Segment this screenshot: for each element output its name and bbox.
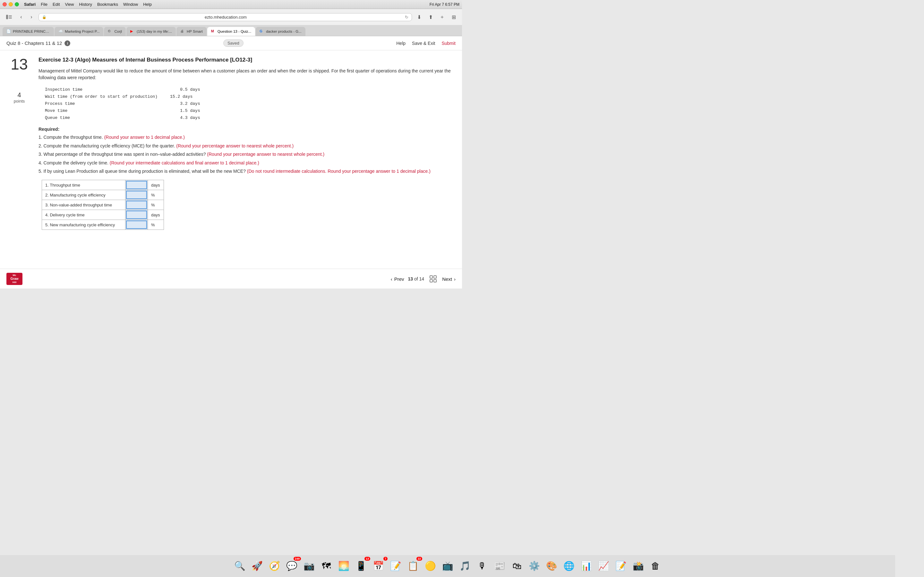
- system-clock: Fri Apr 7 6:57 PM: [430, 2, 459, 7]
- answer-input-4[interactable]: [126, 211, 147, 219]
- tab-hp[interactable]: 🖨 HP Smart: [176, 27, 207, 36]
- tab-printable[interactable]: 📄 PRINTABLE PRINCE...: [3, 27, 54, 36]
- logo-graw: Graw: [10, 277, 18, 281]
- answer-row-5: 5. New manufacturing cycle efficiency %: [42, 220, 164, 230]
- tab-label-question13: Question 13 - Quiz...: [218, 29, 251, 33]
- tab-favicon-video: ▶: [130, 29, 135, 34]
- share-icon[interactable]: ⬆: [426, 13, 435, 21]
- close-button[interactable]: [3, 2, 7, 6]
- prev-label: Prev: [394, 276, 404, 282]
- tab-favicon-hp: 🖨: [180, 29, 185, 34]
- total-pages: 14: [419, 276, 425, 282]
- tab-dacker[interactable]: G dacker products - G...: [256, 27, 305, 36]
- tab-favicon-question13: M: [211, 29, 216, 34]
- tab-corjl[interactable]: © Corjl: [104, 27, 126, 36]
- req3-highlight: (Round your percentage answer to nearest…: [207, 152, 325, 157]
- menu-window[interactable]: Window: [123, 2, 138, 7]
- saved-badge: Saved: [223, 39, 244, 47]
- answer-row-1: 1. Throughput time days: [42, 180, 164, 190]
- question-content: Exercise 12-3 (Algo) Measures of Interna…: [39, 57, 456, 262]
- answer-unit-5: %: [148, 220, 164, 230]
- save-exit-link[interactable]: Save & Exit: [412, 41, 435, 46]
- help-link[interactable]: Help: [396, 41, 405, 46]
- mcgraw-hill-logo[interactable]: Mc Graw Hill: [6, 273, 23, 285]
- menu-edit[interactable]: Edit: [53, 2, 60, 7]
- menu-view[interactable]: View: [65, 2, 74, 7]
- menu-safari[interactable]: Safari: [24, 2, 36, 7]
- lock-icon: 🔒: [42, 15, 47, 19]
- tab-video[interactable]: ▶ (153) day in my life:...: [126, 27, 176, 36]
- back-button[interactable]: ‹: [17, 13, 26, 21]
- answer-input-cell-4[interactable]: [126, 210, 148, 220]
- menu-history[interactable]: History: [79, 2, 92, 7]
- next-label: Next: [442, 276, 452, 282]
- question-number: 13: [11, 57, 27, 72]
- data-row-5: Queue time 4.3 days: [45, 114, 456, 121]
- answer-input-cell-2[interactable]: [126, 190, 148, 200]
- browser-toolbar: ‹ › 🔒 ezto.mheducation.com ↻ ⬇ ⬆ ＋ ⊞: [0, 9, 462, 25]
- requirement-1: 1. Compute the throughput time. (Round y…: [39, 134, 456, 141]
- tab-question13[interactable]: M Question 13 - Quiz...: [207, 27, 255, 36]
- menu-help[interactable]: Help: [143, 2, 152, 7]
- menu-bar: Safari File Edit View History Bookmarks …: [24, 2, 152, 7]
- tab-favicon-printable: 📄: [6, 29, 11, 34]
- forward-button[interactable]: ›: [27, 13, 36, 21]
- answer-row-4: 4. Delivery cycle time days: [42, 210, 164, 220]
- answer-input-cell-3[interactable]: [126, 200, 148, 210]
- tab-overview-icon[interactable]: ⊞: [449, 13, 458, 21]
- data-row-3: Process time 3.2 days: [45, 100, 456, 107]
- maximize-button[interactable]: [15, 2, 19, 6]
- answer-row-3: 3. Non-value-added throughput time %: [42, 200, 164, 210]
- page-of: of: [414, 276, 419, 282]
- answer-input-2[interactable]: [126, 191, 147, 199]
- tab-label-marketing: Marketing Project P...: [65, 29, 99, 33]
- tab-favicon-marketing: ☁️: [58, 29, 63, 34]
- svg-rect-1: [9, 15, 12, 16]
- tabs-bar: 📄 PRINTABLE PRINCE... ☁️ Marketing Proje…: [0, 25, 462, 36]
- exercise-intro: Management of Mittel Company would like …: [39, 68, 456, 81]
- requirement-3: 3. What percentage of the throughput tim…: [39, 151, 456, 158]
- tab-marketing[interactable]: ☁️ Marketing Project P...: [55, 27, 103, 36]
- reload-icon[interactable]: ↻: [405, 15, 409, 19]
- question-points: 4: [17, 91, 21, 99]
- answer-input-3[interactable]: [126, 201, 147, 209]
- req5-highlight: (Do not round intermediate calculations.…: [247, 169, 431, 174]
- traffic-lights[interactable]: [3, 2, 19, 6]
- info-icon[interactable]: i: [65, 40, 70, 46]
- bottom-navigation: Mc Graw Hill ‹ Prev 13 of 14: [0, 269, 462, 288]
- download-icon[interactable]: ⬇: [415, 13, 423, 21]
- nav-buttons: ‹ ›: [17, 13, 36, 21]
- next-button[interactable]: Next ›: [442, 276, 456, 282]
- answer-unit-3: %: [148, 200, 164, 210]
- req2-highlight: (Round your percentage answer to nearest…: [176, 143, 294, 148]
- req4-highlight: (Round your intermediate calculations an…: [110, 160, 259, 165]
- grid-view-button[interactable]: [428, 274, 438, 284]
- answer-input-1[interactable]: [126, 181, 147, 189]
- sidebar-toggle-button[interactable]: [4, 13, 14, 21]
- submit-button[interactable]: Submit: [441, 41, 456, 46]
- svg-rect-6: [430, 279, 433, 282]
- points-label: points: [14, 99, 25, 103]
- svg-rect-5: [434, 276, 436, 278]
- answer-label-2: 2. Manufacturing cycle efficiency: [42, 190, 126, 200]
- answer-label-5: 5. New manufacturing cycle efficiency: [42, 220, 126, 230]
- menu-bookmarks[interactable]: Bookmarks: [97, 2, 118, 7]
- page-body: 13 4 points Exercise 12-3 (Algo) Measure…: [0, 50, 462, 269]
- answer-input-5[interactable]: [126, 221, 147, 229]
- tab-label-video: (153) day in my life:...: [137, 29, 172, 33]
- requirement-4: 4. Compute the delivery cycle time. (Rou…: [39, 159, 456, 166]
- minimize-button[interactable]: [9, 2, 13, 6]
- new-tab-icon[interactable]: ＋: [438, 13, 447, 21]
- titlebar: Safari File Edit View History Bookmarks …: [0, 0, 462, 9]
- current-page: 13: [408, 276, 413, 282]
- svg-rect-2: [9, 17, 12, 17]
- prev-button[interactable]: ‹ Prev: [391, 276, 404, 282]
- menu-file[interactable]: File: [41, 2, 47, 7]
- prev-arrow-icon: ‹: [391, 276, 393, 282]
- answer-input-cell-5[interactable]: [126, 220, 148, 230]
- address-bar[interactable]: 🔒 ezto.mheducation.com ↻: [39, 13, 412, 21]
- quiz-title: Quiz 8 - Chapters 11 & 12: [6, 40, 62, 46]
- tab-label-corjl: Corjl: [114, 29, 122, 33]
- answer-input-cell-1[interactable]: [126, 180, 148, 190]
- svg-rect-7: [434, 279, 436, 282]
